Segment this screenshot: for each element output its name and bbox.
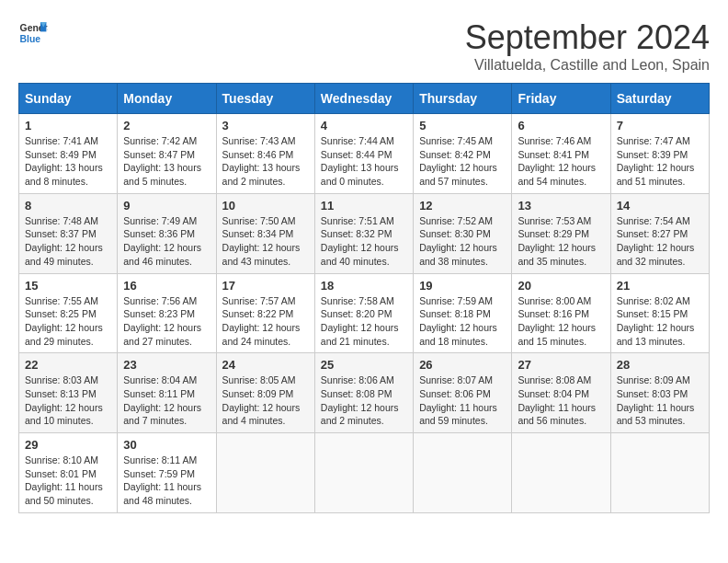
day-detail: Sunrise: 8:05 AMSunset: 8:09 PMDaylight:… xyxy=(222,373,309,428)
day-number: 10 xyxy=(222,199,309,213)
day-number: 21 xyxy=(617,279,703,293)
calendar-week-5: 29 Sunrise: 8:10 AMSunset: 8:01 PMDaylig… xyxy=(19,433,710,513)
day-number: 29 xyxy=(25,438,111,452)
col-sunday: Sunday xyxy=(19,84,118,114)
day-detail: Sunrise: 7:57 AMSunset: 8:22 PMDaylight:… xyxy=(222,294,309,349)
day-cell-5: 5 Sunrise: 7:45 AMSunset: 8:42 PMDayligh… xyxy=(414,114,512,194)
calendar-week-2: 8 Sunrise: 7:48 AMSunset: 8:37 PMDayligh… xyxy=(19,193,710,273)
day-cell-2: 2 Sunrise: 7:42 AMSunset: 8:47 PMDayligh… xyxy=(118,114,216,194)
day-detail: Sunrise: 8:08 AMSunset: 8:04 PMDaylight:… xyxy=(518,373,604,428)
day-cell-30: 30 Sunrise: 8:11 AMSunset: 7:59 PMDaylig… xyxy=(118,433,216,513)
day-number: 15 xyxy=(25,279,111,293)
calendar-table: Sunday Monday Tuesday Wednesday Thursday… xyxy=(18,83,710,513)
day-detail: Sunrise: 8:04 AMSunset: 8:11 PMDaylight:… xyxy=(123,373,210,428)
day-cell-1: 1 Sunrise: 7:41 AMSunset: 8:49 PMDayligh… xyxy=(19,114,118,194)
col-tuesday: Tuesday xyxy=(216,84,314,114)
month-title: September 2024 xyxy=(465,18,710,57)
day-number: 14 xyxy=(617,199,703,213)
day-detail: Sunrise: 8:02 AMSunset: 8:15 PMDaylight:… xyxy=(617,294,703,349)
day-number: 26 xyxy=(419,358,506,372)
day-number: 23 xyxy=(123,358,210,372)
day-number: 28 xyxy=(617,358,703,372)
day-cell-29: 29 Sunrise: 8:10 AMSunset: 8:01 PMDaylig… xyxy=(19,433,118,513)
day-detail: Sunrise: 8:00 AMSunset: 8:16 PMDaylight:… xyxy=(518,294,604,349)
day-cell-20: 20 Sunrise: 8:00 AMSunset: 8:16 PMDaylig… xyxy=(512,273,610,353)
day-detail: Sunrise: 7:47 AMSunset: 8:39 PMDaylight:… xyxy=(617,134,703,189)
day-detail: Sunrise: 7:56 AMSunset: 8:23 PMDaylight:… xyxy=(123,294,210,349)
day-detail: Sunrise: 7:59 AMSunset: 8:18 PMDaylight:… xyxy=(419,294,506,349)
day-cell-19: 19 Sunrise: 7:59 AMSunset: 8:18 PMDaylig… xyxy=(414,273,512,353)
calendar-week-3: 15 Sunrise: 7:55 AMSunset: 8:25 PMDaylig… xyxy=(19,273,710,353)
day-cell-10: 10 Sunrise: 7:50 AMSunset: 8:34 PMDaylig… xyxy=(216,193,314,273)
day-number: 5 xyxy=(419,119,506,132)
day-detail: Sunrise: 7:48 AMSunset: 8:37 PMDaylight:… xyxy=(25,214,111,269)
day-detail: Sunrise: 7:58 AMSunset: 8:20 PMDaylight:… xyxy=(321,294,407,349)
day-number: 30 xyxy=(123,438,210,452)
day-number: 24 xyxy=(222,358,309,372)
day-number: 13 xyxy=(518,199,604,213)
day-cell-12: 12 Sunrise: 7:52 AMSunset: 8:30 PMDaylig… xyxy=(414,193,512,273)
day-cell-9: 9 Sunrise: 7:49 AMSunset: 8:36 PMDayligh… xyxy=(118,193,216,273)
day-number: 6 xyxy=(518,119,604,132)
header-row: Sunday Monday Tuesday Wednesday Thursday… xyxy=(19,84,710,114)
day-detail: Sunrise: 7:41 AMSunset: 8:49 PMDaylight:… xyxy=(25,134,111,189)
day-cell-25: 25 Sunrise: 8:06 AMSunset: 8:08 PMDaylig… xyxy=(314,353,413,433)
day-number: 27 xyxy=(518,358,604,372)
day-detail: Sunrise: 8:06 AMSunset: 8:08 PMDaylight:… xyxy=(321,373,407,428)
day-number: 8 xyxy=(25,199,111,213)
day-number: 18 xyxy=(321,279,407,293)
col-thursday: Thursday xyxy=(414,84,512,114)
svg-text:Blue: Blue xyxy=(20,34,41,44)
day-cell-24: 24 Sunrise: 8:05 AMSunset: 8:09 PMDaylig… xyxy=(216,353,314,433)
day-detail: Sunrise: 7:42 AMSunset: 8:47 PMDaylight:… xyxy=(123,134,210,189)
day-detail: Sunrise: 7:49 AMSunset: 8:36 PMDaylight:… xyxy=(123,214,210,269)
empty-cell xyxy=(216,433,314,513)
day-cell-4: 4 Sunrise: 7:44 AMSunset: 8:44 PMDayligh… xyxy=(314,114,413,194)
day-number: 25 xyxy=(321,358,407,372)
day-number: 11 xyxy=(321,199,407,213)
day-number: 17 xyxy=(222,279,309,293)
calendar-week-1: 1 Sunrise: 7:41 AMSunset: 8:49 PMDayligh… xyxy=(19,114,710,194)
day-number: 19 xyxy=(419,279,506,293)
day-cell-21: 21 Sunrise: 8:02 AMSunset: 8:15 PMDaylig… xyxy=(610,273,709,353)
logo: General Blue xyxy=(18,18,48,48)
day-number: 9 xyxy=(123,199,210,213)
day-detail: Sunrise: 7:51 AMSunset: 8:32 PMDaylight:… xyxy=(321,214,407,269)
day-number: 16 xyxy=(123,279,210,293)
col-friday: Friday xyxy=(512,84,610,114)
day-number: 2 xyxy=(123,119,210,132)
day-number: 4 xyxy=(321,119,407,132)
day-number: 1 xyxy=(25,119,111,132)
day-cell-28: 28 Sunrise: 8:09 AMSunset: 8:03 PMDaylig… xyxy=(610,353,709,433)
day-detail: Sunrise: 7:53 AMSunset: 8:29 PMDaylight:… xyxy=(518,214,604,269)
logo-icon: General Blue xyxy=(18,18,48,48)
day-cell-11: 11 Sunrise: 7:51 AMSunset: 8:32 PMDaylig… xyxy=(314,193,413,273)
day-detail: Sunrise: 7:54 AMSunset: 8:27 PMDaylight:… xyxy=(617,214,703,269)
empty-cell xyxy=(414,433,512,513)
day-cell-23: 23 Sunrise: 8:04 AMSunset: 8:11 PMDaylig… xyxy=(118,353,216,433)
calendar-week-4: 22 Sunrise: 8:03 AMSunset: 8:13 PMDaylig… xyxy=(19,353,710,433)
day-number: 7 xyxy=(617,119,703,132)
day-detail: Sunrise: 8:11 AMSunset: 7:59 PMDaylight:… xyxy=(123,454,210,508)
day-detail: Sunrise: 7:55 AMSunset: 8:25 PMDaylight:… xyxy=(25,294,111,349)
day-number: 22 xyxy=(25,358,111,372)
col-monday: Monday xyxy=(118,84,216,114)
day-detail: Sunrise: 8:09 AMSunset: 8:03 PMDaylight:… xyxy=(617,373,703,428)
page-header: General Blue September 2024 Villatuelda,… xyxy=(18,18,710,74)
day-cell-27: 27 Sunrise: 8:08 AMSunset: 8:04 PMDaylig… xyxy=(512,353,610,433)
day-detail: Sunrise: 8:03 AMSunset: 8:13 PMDaylight:… xyxy=(25,373,111,428)
empty-cell xyxy=(610,433,709,513)
day-cell-8: 8 Sunrise: 7:48 AMSunset: 8:37 PMDayligh… xyxy=(19,193,118,273)
title-section: September 2024 Villatuelda, Castille and… xyxy=(465,18,710,74)
day-cell-17: 17 Sunrise: 7:57 AMSunset: 8:22 PMDaylig… xyxy=(216,273,314,353)
location-title: Villatuelda, Castille and Leon, Spain xyxy=(465,57,710,74)
day-detail: Sunrise: 7:50 AMSunset: 8:34 PMDaylight:… xyxy=(222,214,309,269)
col-saturday: Saturday xyxy=(610,84,709,114)
day-detail: Sunrise: 7:52 AMSunset: 8:30 PMDaylight:… xyxy=(419,214,506,269)
day-detail: Sunrise: 8:10 AMSunset: 8:01 PMDaylight:… xyxy=(25,454,111,508)
day-cell-16: 16 Sunrise: 7:56 AMSunset: 8:23 PMDaylig… xyxy=(118,273,216,353)
day-cell-13: 13 Sunrise: 7:53 AMSunset: 8:29 PMDaylig… xyxy=(512,193,610,273)
day-number: 3 xyxy=(222,119,309,132)
day-cell-22: 22 Sunrise: 8:03 AMSunset: 8:13 PMDaylig… xyxy=(19,353,118,433)
day-number: 20 xyxy=(518,279,604,293)
